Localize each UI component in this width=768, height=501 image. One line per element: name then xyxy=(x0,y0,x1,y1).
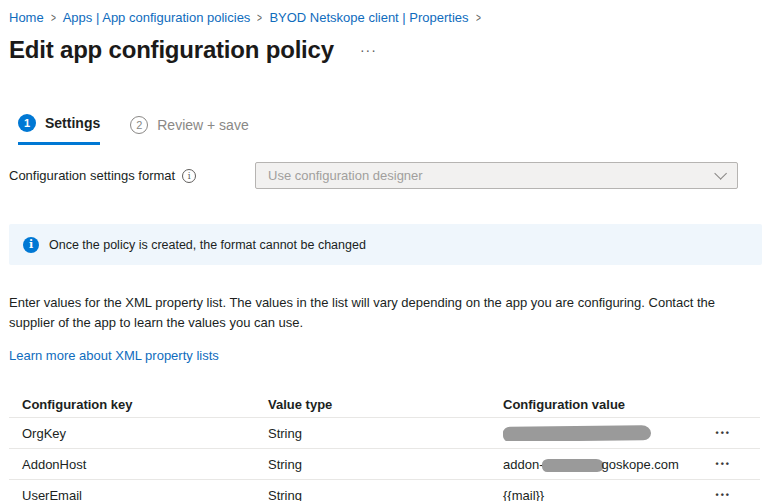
xml-property-description: Enter values for the XML property list. … xyxy=(9,293,733,333)
breadcrumb-byod-netskope-link[interactable]: BYOD Netskope client | Properties xyxy=(269,10,468,25)
value-type-cell: String xyxy=(255,457,490,472)
chevron-right-icon: > xyxy=(257,11,262,25)
step-2-badge: 2 xyxy=(130,116,148,134)
info-icon[interactable] xyxy=(182,169,196,183)
configuration-format-label: Configuration settings format xyxy=(9,168,175,183)
redaction-scribble xyxy=(542,459,604,472)
wizard-steps: 1 Settings 2 Review + save xyxy=(18,114,760,145)
table-row-useremail: UserEmail String {{mail}} ••• xyxy=(9,479,760,501)
row-context-menu-icon[interactable]: ••• xyxy=(703,459,739,469)
value-suffix: goskope.com xyxy=(601,457,678,472)
breadcrumb-home-link[interactable]: Home xyxy=(9,10,44,25)
configuration-format-row: Configuration settings format Use config… xyxy=(9,162,760,189)
configuration-format-dropdown[interactable]: Use configuration designer xyxy=(255,162,738,189)
config-value-cell xyxy=(490,425,703,441)
breadcrumb-app-config-policies-link[interactable]: Apps | App configuration policies xyxy=(63,10,251,25)
chevron-down-icon xyxy=(714,167,727,180)
row-context-menu-icon[interactable]: ••• xyxy=(703,490,739,500)
config-key-cell: UserEmail xyxy=(9,488,255,501)
info-banner: Once the policy is created, the format c… xyxy=(9,224,762,265)
config-key-cell: AddonHost xyxy=(9,457,255,472)
configuration-format-label-wrap: Configuration settings format xyxy=(9,168,255,183)
column-header-value-type: Value type xyxy=(255,397,490,412)
tab-review-save[interactable]: 2 Review + save xyxy=(130,116,248,144)
configuration-format-dropdown-value: Use configuration designer xyxy=(268,168,423,183)
page-title: Edit app configuration policy xyxy=(9,36,334,64)
tab-settings[interactable]: 1 Settings xyxy=(18,114,100,145)
info-filled-icon xyxy=(23,237,39,253)
learn-more-link[interactable]: Learn more about XML property lists xyxy=(9,348,219,363)
breadcrumb: Home > Apps | App configuration policies… xyxy=(9,10,760,25)
title-row: Edit app configuration policy ··· xyxy=(9,36,760,64)
table-row-addonhost: AddonHost String addon-goskope.com ••• xyxy=(9,448,760,479)
step-1-badge: 1 xyxy=(18,114,36,132)
tab-review-save-label: Review + save xyxy=(157,117,248,133)
table-row-orgkey: OrgKey String ••• xyxy=(9,417,760,448)
chevron-right-icon: > xyxy=(476,11,481,25)
redaction-scribble xyxy=(503,426,651,442)
tab-settings-label: Settings xyxy=(45,115,100,131)
config-value-cell: {{mail}} xyxy=(490,488,703,501)
row-context-menu-icon[interactable]: ••• xyxy=(703,428,739,438)
chevron-right-icon: > xyxy=(51,11,56,25)
more-menu-icon[interactable]: ··· xyxy=(360,42,377,58)
config-key-cell: OrgKey xyxy=(9,426,255,441)
value-prefix: addon- xyxy=(503,457,543,472)
config-value-cell: addon-goskope.com xyxy=(490,457,703,472)
column-header-configuration-value: Configuration value xyxy=(490,397,703,412)
value-type-cell: String xyxy=(255,488,490,501)
configuration-table: Configuration key Value type Configurati… xyxy=(9,391,760,501)
value-type-cell: String xyxy=(255,426,490,441)
edit-app-configuration-policy-page: Home > Apps | App configuration policies… xyxy=(0,0,768,501)
table-header-row: Configuration key Value type Configurati… xyxy=(9,391,760,417)
info-banner-text: Once the policy is created, the format c… xyxy=(49,238,366,252)
column-header-configuration-key: Configuration key xyxy=(9,397,255,412)
